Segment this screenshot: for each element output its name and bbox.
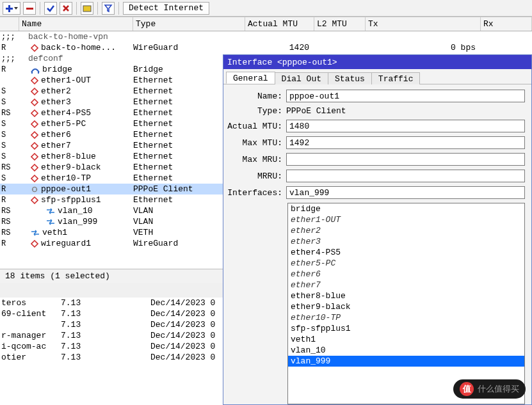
interface-row[interactable]: Rback-to-home...WireGuard14200 bps xyxy=(0,42,532,53)
group-header: ;;;back-to-home-vpn xyxy=(0,31,532,42)
interface-name: ether1-OUT xyxy=(41,75,91,85)
name-field[interactable] xyxy=(286,90,525,102)
toolbar: Detect Internet xyxy=(0,0,532,17)
interface-name: ether10-TP xyxy=(41,173,91,183)
iface-option[interactable]: ether6 xyxy=(288,269,524,280)
diamond-icon xyxy=(31,99,38,106)
arrows-icon xyxy=(31,229,40,237)
interface-name: ether2 xyxy=(41,86,71,96)
svg-point-8 xyxy=(36,189,37,190)
column-header-actual-mtu[interactable]: Actual MTU xyxy=(245,17,314,31)
label-interfaces: Interfaces: xyxy=(227,188,286,198)
diamond-icon xyxy=(31,240,38,248)
actual-mtu-field[interactable] xyxy=(286,120,525,132)
iface-option[interactable]: ether5-PC xyxy=(288,258,524,269)
label-mrru: MRRU: xyxy=(227,171,286,181)
window-title: Interface <pppoe-out1> xyxy=(223,55,531,69)
disable-button[interactable] xyxy=(60,2,72,15)
dot-icon xyxy=(31,186,38,193)
property-form: Name: Type: PPPoE Client Actual MTU: Max… xyxy=(223,84,531,203)
label-name: Name: xyxy=(227,91,286,101)
iface-option[interactable]: ether8-blue xyxy=(288,290,524,301)
interface-name: ether7 xyxy=(41,141,71,150)
filter-button[interactable] xyxy=(102,2,115,15)
remove-button[interactable] xyxy=(23,2,36,15)
diamond-icon xyxy=(31,196,38,204)
iface-option[interactable]: ether3 xyxy=(288,236,524,247)
toolbar-divider xyxy=(76,2,77,15)
iface-option[interactable]: sfp-sfpplus1 xyxy=(288,323,524,334)
svg-rect-1 xyxy=(6,8,13,10)
iface-option[interactable]: ether4-PS5 xyxy=(288,247,524,258)
diamond-icon xyxy=(31,175,38,182)
diamond-icon xyxy=(31,88,38,95)
interface-name: bridge xyxy=(42,65,72,74)
tab-bar: GeneralDial OutStatusTraffic xyxy=(223,69,531,84)
iface-option[interactable]: ether9-black xyxy=(288,301,524,312)
column-header-l2-mtu[interactable]: L2 MTU xyxy=(314,17,366,31)
interface-name: ether4-PS5 xyxy=(41,108,91,118)
svg-rect-4 xyxy=(31,72,33,74)
column-header-type[interactable]: Type xyxy=(133,17,245,31)
toolbar-divider xyxy=(97,2,98,15)
diamond-icon xyxy=(31,44,38,52)
interface-name: ether8-blue xyxy=(41,152,96,161)
interface-property-window: Interface <pppoe-out1> GeneralDial OutSt… xyxy=(223,54,532,405)
watermark-icon: 值 xyxy=(460,382,474,396)
interface-name: vlan_10 xyxy=(58,206,93,216)
detect-internet-button[interactable]: Detect Internet xyxy=(123,2,209,15)
column-header-rx[interactable]: Rx xyxy=(481,17,532,31)
iface-option[interactable]: vlan_999 xyxy=(288,356,524,367)
interfaces-field[interactable] xyxy=(286,186,525,199)
diamond-icon xyxy=(31,120,38,128)
tab-status[interactable]: Status xyxy=(328,72,372,84)
interface-name: ether5-PC xyxy=(41,119,86,129)
iface-option[interactable]: bridge xyxy=(288,203,524,214)
interface-name: wireguard1 xyxy=(41,239,91,248)
value-type: PPPoE Client xyxy=(286,106,525,116)
mrru-field[interactable] xyxy=(286,170,525,182)
interface-name: ether3 xyxy=(41,97,71,107)
interface-name: vlan_999 xyxy=(58,217,97,226)
column-header-name[interactable]: Name xyxy=(19,17,133,31)
interface-name: veth1 xyxy=(42,228,67,237)
label-actual-mtu: Actual MTU: xyxy=(227,122,286,131)
iface-option[interactable]: ether2 xyxy=(288,225,524,236)
tab-dial-out[interactable]: Dial Out xyxy=(275,72,328,84)
column-header-flags[interactable] xyxy=(0,17,19,31)
label-max-mtu: Max MTU: xyxy=(227,138,286,148)
toolbar-divider xyxy=(118,2,119,15)
column-headers: Name Type Actual MTU L2 MTU Tx Rx xyxy=(0,17,532,31)
column-header-tx[interactable]: Tx xyxy=(366,17,481,31)
iface-option[interactable]: vlan_10 xyxy=(288,345,524,356)
interface-name: sfp-sfpplus1 xyxy=(41,195,101,205)
svg-point-7 xyxy=(32,189,33,190)
max-mru-field[interactable] xyxy=(286,153,525,166)
diamond-icon xyxy=(31,164,38,171)
svg-rect-3 xyxy=(83,6,91,12)
arrows-icon xyxy=(46,218,55,226)
iface-option[interactable]: ether7 xyxy=(288,280,524,290)
label-type: Type: xyxy=(227,106,286,116)
iface-option[interactable]: ether1-OUT xyxy=(288,214,524,225)
svg-rect-5 xyxy=(38,72,39,74)
watermark-text: 什么值得买 xyxy=(478,383,519,395)
iface-option[interactable]: veth1 xyxy=(288,334,524,345)
enable-button[interactable] xyxy=(44,2,57,15)
add-button[interactable] xyxy=(3,2,20,15)
watermark-badge: 值 什么值得买 xyxy=(453,379,526,399)
interface-name: back-to-home... xyxy=(41,43,116,52)
tab-traffic[interactable]: Traffic xyxy=(371,72,421,84)
label-max-mru: Max MRU: xyxy=(227,155,286,164)
diamond-icon xyxy=(31,109,38,117)
iface-option[interactable]: ether10-TP xyxy=(288,312,524,323)
interface-name: ether9-black xyxy=(41,163,101,172)
max-mtu-field[interactable] xyxy=(286,136,525,149)
tab-general[interactable]: General xyxy=(226,72,275,84)
svg-rect-2 xyxy=(26,8,33,10)
interface-name: ether6 xyxy=(41,130,71,139)
diamond-icon xyxy=(31,77,38,84)
interfaces-listbox[interactable]: bridgeether1-OUTether2ether3ether4-PS5et… xyxy=(287,203,525,404)
diamond-icon xyxy=(31,142,38,150)
comment-button[interactable] xyxy=(81,2,93,15)
